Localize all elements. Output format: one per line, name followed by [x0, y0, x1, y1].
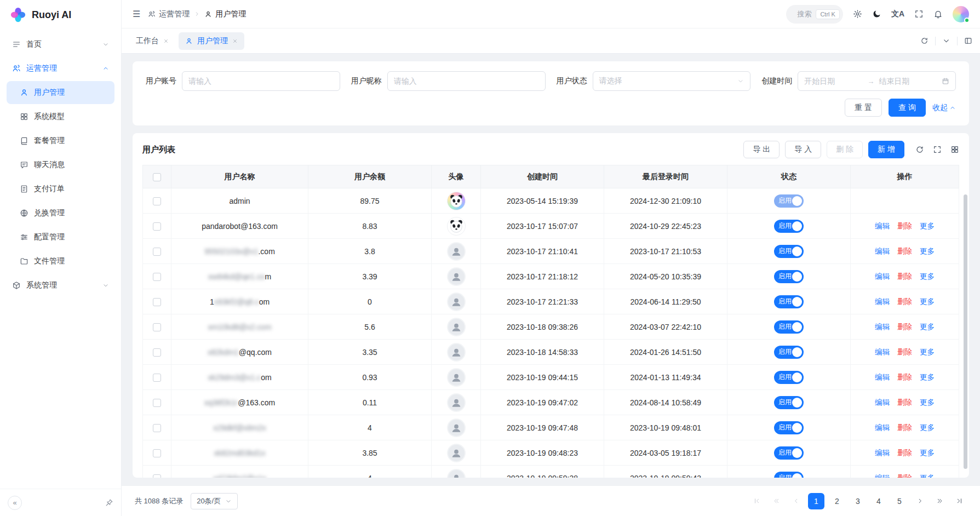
delete-link[interactable]: 删除 [897, 398, 912, 406]
edit-link[interactable]: 编辑 [875, 373, 890, 381]
prev-page-button[interactable] [788, 494, 804, 509]
row-checkbox[interactable] [153, 474, 161, 478]
delete-link[interactable]: 删除 [897, 247, 912, 255]
status-toggle[interactable]: 启用 [774, 295, 804, 308]
delete-link[interactable]: 删除 [897, 373, 912, 381]
status-toggle[interactable]: 启用 [774, 472, 804, 478]
sidebar-collapse-button[interactable]: « [8, 496, 22, 510]
sidebar-item-package-management[interactable]: 套餐管理 [7, 129, 114, 152]
settings-gear-icon[interactable] [853, 9, 862, 19]
created-daterange[interactable]: → [798, 71, 956, 91]
status-toggle[interactable]: 启用 [774, 346, 804, 359]
delete-link[interactable]: 删除 [897, 323, 912, 331]
sidebar-item-system-management[interactable]: 系统管理 [7, 274, 114, 297]
menu-toggle-button[interactable]: ☰ [133, 9, 140, 19]
more-link[interactable]: 更多 [920, 474, 935, 478]
refresh-table-icon[interactable] [915, 145, 924, 154]
last-page-button[interactable] [952, 494, 967, 509]
sidebar-item-exchange-management[interactable]: 兑换管理 [7, 202, 114, 225]
status-toggle[interactable]: 启用 [774, 396, 804, 409]
close-icon[interactable] [232, 38, 238, 44]
breadcrumb-item-user-management[interactable]: 用户管理 [204, 9, 246, 19]
row-checkbox[interactable] [153, 348, 161, 357]
page-button-3[interactable]: 3 [850, 493, 866, 509]
sidebar-item-file-management[interactable]: 文件管理 [7, 250, 114, 273]
more-link[interactable]: 更多 [920, 297, 935, 306]
delete-link[interactable]: 删除 [897, 297, 912, 306]
delete-link[interactable]: 删除 [897, 474, 912, 478]
first-page-button[interactable] [749, 494, 764, 509]
tab-user-management[interactable]: 用户管理 [179, 32, 244, 50]
pin-icon[interactable] [105, 498, 113, 507]
status-toggle[interactable]: 启用 [774, 194, 804, 208]
dark-mode-moon-icon[interactable] [872, 9, 881, 19]
status-toggle[interactable]: 启用 [774, 421, 804, 434]
page-button-1[interactable]: 1 [808, 493, 824, 509]
delete-button[interactable]: 删 除 [827, 141, 863, 158]
delete-link[interactable]: 删除 [897, 222, 912, 230]
edit-link[interactable]: 编辑 [875, 272, 890, 280]
delete-link[interactable]: 删除 [897, 423, 912, 432]
end-date-input[interactable] [879, 77, 937, 85]
chevron-down-icon[interactable] [942, 37, 950, 45]
edit-link[interactable]: 编辑 [875, 297, 890, 306]
sidebar-item-user-management[interactable]: 用户管理 [7, 81, 114, 104]
sidebar-item-system-models[interactable]: 系统模型 [7, 105, 114, 128]
more-link[interactable]: 更多 [920, 449, 935, 457]
sidebar-item-operations[interactable]: 运营管理 [7, 57, 114, 80]
edit-link[interactable]: 编辑 [875, 323, 890, 331]
global-search[interactable]: 搜索 Ctrl K [786, 5, 843, 24]
notifications-bell-icon[interactable] [933, 9, 943, 19]
status-toggle[interactable]: 启用 [774, 371, 804, 384]
account-input[interactable] [182, 71, 340, 91]
more-link[interactable]: 更多 [920, 398, 935, 406]
row-checkbox[interactable] [153, 449, 161, 457]
more-link[interactable]: 更多 [920, 323, 935, 331]
page-size-select[interactable]: 20条/页 [191, 493, 238, 509]
edit-link[interactable]: 编辑 [875, 423, 890, 432]
sidebar-item-chat-messages[interactable]: 聊天消息 [7, 153, 114, 176]
start-date-input[interactable] [804, 77, 863, 85]
delete-link[interactable]: 删除 [897, 272, 912, 280]
column-settings-icon[interactable] [950, 145, 959, 154]
status-toggle[interactable]: 启用 [774, 446, 804, 460]
fullscreen-icon[interactable] [914, 9, 924, 19]
reset-button[interactable]: 重 置 [845, 99, 882, 117]
more-link[interactable]: 更多 [920, 373, 935, 381]
more-link[interactable]: 更多 [920, 423, 935, 432]
edit-link[interactable]: 编辑 [875, 449, 890, 457]
edit-link[interactable]: 编辑 [875, 222, 890, 230]
row-checkbox[interactable] [153, 273, 161, 281]
select-all-checkbox[interactable] [153, 173, 161, 181]
row-checkbox[interactable] [153, 374, 161, 382]
page-button-4[interactable]: 4 [870, 493, 887, 509]
table-fullscreen-icon[interactable] [933, 145, 942, 154]
row-checkbox[interactable] [153, 222, 161, 231]
search-button[interactable]: 查 询 [889, 99, 926, 117]
edit-link[interactable]: 编辑 [875, 398, 890, 406]
sidebar-item-config-management[interactable]: 配置管理 [7, 226, 114, 249]
status-toggle[interactable]: 启用 [774, 320, 804, 334]
sidebar-item-home[interactable]: 首页 [7, 33, 114, 56]
edit-link[interactable]: 编辑 [875, 247, 890, 255]
nickname-input[interactable] [387, 71, 546, 91]
fast-forward-button[interactable] [932, 494, 947, 509]
edit-link[interactable]: 编辑 [875, 348, 890, 356]
user-avatar-menu[interactable] [953, 6, 969, 22]
row-checkbox[interactable] [153, 298, 161, 306]
more-link[interactable]: 更多 [920, 222, 935, 230]
collapse-filter-link[interactable]: 收起 [932, 103, 956, 113]
sidebar-item-payment-orders[interactable]: 支付订单 [7, 177, 114, 200]
close-icon[interactable] [163, 38, 169, 44]
add-button[interactable]: 新 增 [868, 141, 904, 158]
row-checkbox[interactable] [153, 248, 161, 256]
more-link[interactable]: 更多 [920, 247, 935, 255]
row-checkbox[interactable] [153, 197, 161, 205]
fast-backward-button[interactable] [769, 494, 784, 509]
breadcrumb-item-operations[interactable]: 运营管理 [148, 9, 190, 19]
edit-link[interactable]: 编辑 [875, 474, 890, 478]
status-select[interactable]: 请选择 [593, 71, 751, 91]
layout-panel-icon[interactable] [964, 37, 972, 45]
status-toggle[interactable]: 启用 [774, 270, 804, 283]
page-button-2[interactable]: 2 [829, 493, 845, 509]
